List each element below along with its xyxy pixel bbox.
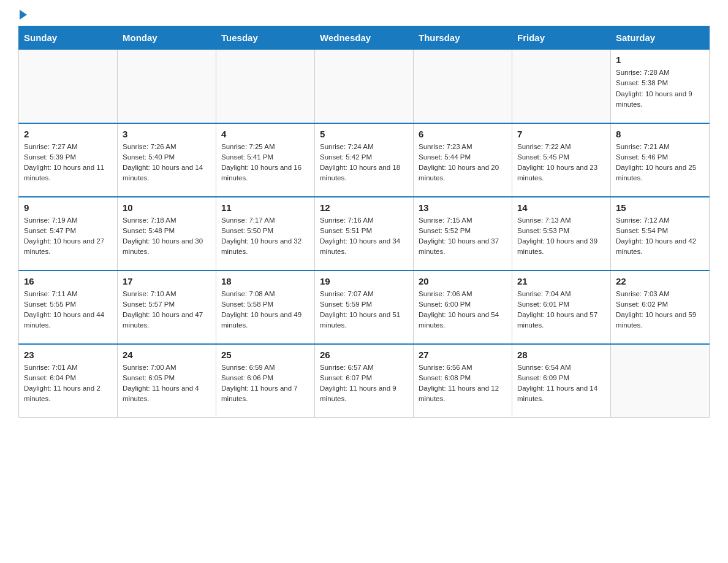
day-info: Sunrise: 6:59 AMSunset: 6:06 PMDaylight:…: [221, 362, 309, 405]
day-info: Sunrise: 7:03 AMSunset: 6:02 PMDaylight:…: [616, 289, 704, 331]
day-number: 26: [320, 350, 408, 360]
day-number: 16: [24, 276, 112, 286]
day-number: 9: [24, 202, 112, 213]
day-header-saturday: Saturday: [611, 26, 710, 50]
calendar-day-cell: 24Sunrise: 7:00 AMSunset: 6:05 PMDayligh…: [118, 344, 216, 418]
calendar-day-cell: 2Sunrise: 7:27 AMSunset: 5:39 PMDaylight…: [19, 123, 118, 197]
calendar-day-cell: 15Sunrise: 7:12 AMSunset: 5:54 PMDayligh…: [611, 197, 710, 270]
day-info: Sunrise: 7:10 AMSunset: 5:57 PMDaylight:…: [123, 289, 211, 331]
calendar-week-row: 9Sunrise: 7:19 AMSunset: 5:47 PMDaylight…: [19, 197, 710, 270]
day-info: Sunrise: 6:57 AMSunset: 6:07 PMDaylight:…: [320, 362, 408, 405]
day-info: Sunrise: 7:26 AMSunset: 5:40 PMDaylight:…: [123, 142, 211, 184]
calendar-day-cell: [414, 50, 512, 123]
day-number: 20: [419, 276, 507, 286]
day-info: Sunrise: 7:24 AMSunset: 5:42 PMDaylight:…: [320, 142, 408, 184]
calendar-day-cell: 17Sunrise: 7:10 AMSunset: 5:57 PMDayligh…: [118, 270, 216, 344]
day-number: 23: [24, 350, 112, 360]
day-number: 1: [616, 55, 704, 65]
calendar-day-cell: 5Sunrise: 7:24 AMSunset: 5:42 PMDaylight…: [315, 123, 414, 197]
day-info: Sunrise: 6:54 AMSunset: 6:09 PMDaylight:…: [517, 362, 605, 405]
page-header: [18, 12, 710, 20]
calendar-day-cell: 23Sunrise: 7:01 AMSunset: 6:04 PMDayligh…: [19, 344, 118, 418]
calendar-day-cell: 18Sunrise: 7:08 AMSunset: 5:58 PMDayligh…: [216, 270, 315, 344]
day-number: 10: [123, 202, 211, 213]
calendar-day-cell: 4Sunrise: 7:25 AMSunset: 5:41 PMDaylight…: [216, 123, 315, 197]
day-number: 3: [123, 129, 211, 139]
calendar-day-cell: 12Sunrise: 7:16 AMSunset: 5:51 PMDayligh…: [315, 197, 414, 270]
day-headers-row: SundayMondayTuesdayWednesdayThursdayFrid…: [19, 26, 710, 50]
day-info: Sunrise: 6:56 AMSunset: 6:08 PMDaylight:…: [419, 362, 507, 405]
calendar-day-cell: 9Sunrise: 7:19 AMSunset: 5:47 PMDaylight…: [19, 197, 118, 270]
day-number: 28: [517, 350, 605, 360]
day-number: 15: [616, 202, 704, 213]
day-info: Sunrise: 7:13 AMSunset: 5:53 PMDaylight:…: [517, 215, 605, 258]
calendar-day-cell: 6Sunrise: 7:23 AMSunset: 5:44 PMDaylight…: [414, 123, 512, 197]
calendar-week-row: 23Sunrise: 7:01 AMSunset: 6:04 PMDayligh…: [19, 344, 710, 418]
day-info: Sunrise: 7:15 AMSunset: 5:52 PMDaylight:…: [419, 215, 507, 258]
day-number: 24: [123, 350, 211, 360]
calendar-day-cell: 14Sunrise: 7:13 AMSunset: 5:53 PMDayligh…: [512, 197, 611, 270]
day-number: 27: [419, 350, 507, 360]
day-number: 14: [517, 202, 605, 213]
calendar-day-cell: 3Sunrise: 7:26 AMSunset: 5:40 PMDaylight…: [118, 123, 216, 197]
day-info: Sunrise: 7:01 AMSunset: 6:04 PMDaylight:…: [24, 362, 112, 405]
day-info: Sunrise: 7:28 AMSunset: 5:38 PMDaylight:…: [616, 67, 704, 110]
day-number: 17: [123, 276, 211, 286]
day-info: Sunrise: 7:23 AMSunset: 5:44 PMDaylight:…: [419, 142, 507, 184]
day-number: 21: [517, 276, 605, 286]
day-info: Sunrise: 7:22 AMSunset: 5:45 PMDaylight:…: [517, 142, 605, 184]
day-info: Sunrise: 7:08 AMSunset: 5:58 PMDaylight:…: [221, 289, 309, 331]
calendar-day-cell: [611, 344, 710, 418]
day-number: 12: [320, 202, 408, 213]
day-info: Sunrise: 7:25 AMSunset: 5:41 PMDaylight:…: [221, 142, 309, 184]
calendar-day-cell: 22Sunrise: 7:03 AMSunset: 6:02 PMDayligh…: [611, 270, 710, 344]
calendar-day-cell: 28Sunrise: 6:54 AMSunset: 6:09 PMDayligh…: [512, 344, 611, 418]
calendar-day-cell: 26Sunrise: 6:57 AMSunset: 6:07 PMDayligh…: [315, 344, 414, 418]
day-number: 18: [221, 276, 309, 286]
day-header-friday: Friday: [512, 26, 611, 50]
day-number: 13: [419, 202, 507, 213]
logo-arrow-icon: [20, 10, 27, 20]
day-number: 22: [616, 276, 704, 286]
calendar-day-cell: [216, 50, 315, 123]
day-header-sunday: Sunday: [19, 26, 118, 50]
day-header-monday: Monday: [118, 26, 216, 50]
day-number: 19: [320, 276, 408, 286]
calendar-day-cell: 20Sunrise: 7:06 AMSunset: 6:00 PMDayligh…: [414, 270, 512, 344]
day-info: Sunrise: 7:04 AMSunset: 6:01 PMDaylight:…: [517, 289, 605, 331]
day-info: Sunrise: 7:11 AMSunset: 5:55 PMDaylight:…: [24, 289, 112, 331]
calendar-day-cell: 16Sunrise: 7:11 AMSunset: 5:55 PMDayligh…: [19, 270, 118, 344]
day-number: 6: [419, 129, 507, 139]
day-info: Sunrise: 7:17 AMSunset: 5:50 PMDaylight:…: [221, 215, 309, 258]
calendar-day-cell: 7Sunrise: 7:22 AMSunset: 5:45 PMDaylight…: [512, 123, 611, 197]
day-number: 4: [221, 129, 309, 139]
day-number: 25: [221, 350, 309, 360]
calendar-day-cell: 27Sunrise: 6:56 AMSunset: 6:08 PMDayligh…: [414, 344, 512, 418]
calendar-week-row: 1Sunrise: 7:28 AMSunset: 5:38 PMDaylight…: [19, 50, 710, 123]
day-info: Sunrise: 7:06 AMSunset: 6:00 PMDaylight:…: [419, 289, 507, 331]
calendar-table: SundayMondayTuesdayWednesdayThursdayFrid…: [18, 26, 710, 418]
calendar-day-cell: 1Sunrise: 7:28 AMSunset: 5:38 PMDaylight…: [611, 50, 710, 123]
day-info: Sunrise: 7:18 AMSunset: 5:48 PMDaylight:…: [123, 215, 211, 258]
day-info: Sunrise: 7:27 AMSunset: 5:39 PMDaylight:…: [24, 142, 112, 184]
day-number: 2: [24, 129, 112, 139]
day-number: 11: [221, 202, 309, 213]
calendar-day-cell: 10Sunrise: 7:18 AMSunset: 5:48 PMDayligh…: [118, 197, 216, 270]
calendar-day-cell: [19, 50, 118, 123]
calendar-day-cell: 8Sunrise: 7:21 AMSunset: 5:46 PMDaylight…: [611, 123, 710, 197]
day-info: Sunrise: 7:16 AMSunset: 5:51 PMDaylight:…: [320, 215, 408, 258]
calendar-week-row: 2Sunrise: 7:27 AMSunset: 5:39 PMDaylight…: [19, 123, 710, 197]
day-header-thursday: Thursday: [414, 26, 512, 50]
day-info: Sunrise: 7:12 AMSunset: 5:54 PMDaylight:…: [616, 215, 704, 258]
calendar-week-row: 16Sunrise: 7:11 AMSunset: 5:55 PMDayligh…: [19, 270, 710, 344]
calendar-day-cell: 21Sunrise: 7:04 AMSunset: 6:01 PMDayligh…: [512, 270, 611, 344]
logo: [18, 12, 27, 20]
day-info: Sunrise: 7:19 AMSunset: 5:47 PMDaylight:…: [24, 215, 112, 258]
calendar-day-cell: 19Sunrise: 7:07 AMSunset: 5:59 PMDayligh…: [315, 270, 414, 344]
calendar-day-cell: 25Sunrise: 6:59 AMSunset: 6:06 PMDayligh…: [216, 344, 315, 418]
day-header-wednesday: Wednesday: [315, 26, 414, 50]
day-header-tuesday: Tuesday: [216, 26, 315, 50]
calendar-day-cell: [512, 50, 611, 123]
day-info: Sunrise: 7:21 AMSunset: 5:46 PMDaylight:…: [616, 142, 704, 184]
day-number: 8: [616, 129, 704, 139]
